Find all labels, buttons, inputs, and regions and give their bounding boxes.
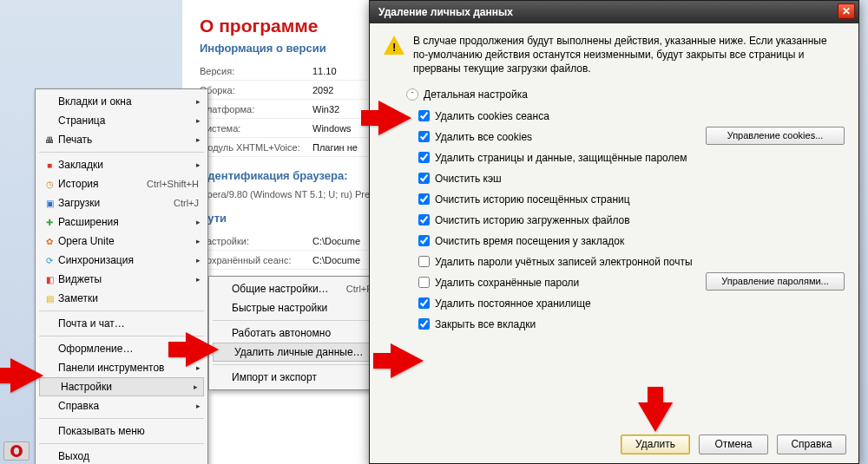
details-toggle[interactable]: ˆ Детальная настройка: [406, 88, 845, 101]
about-row-key: Модуль XHTML+Voice:: [200, 142, 312, 153]
option-checkbox[interactable]: [418, 193, 430, 205]
menu-item-label: История: [58, 178, 147, 190]
menu-item[interactable]: ■Закладки: [37, 155, 206, 174]
option-checkbox[interactable]: [418, 297, 430, 309]
dialog-option-row: Удалить страницы и данные, защищённые па…: [418, 147, 845, 168]
menu-item-label: Opera Unite: [58, 235, 199, 247]
dialog-option-row: Очистить кэш: [418, 168, 845, 189]
option-label: Очистить время посещения у закладок: [435, 235, 624, 247]
menu-item[interactable]: ▣ЗагрузкиCtrl+J: [37, 193, 206, 212]
dialog-button-row: Удалить Отмена Справка: [370, 428, 858, 463]
menu-separator: [39, 310, 204, 311]
menu-separator: [39, 152, 204, 153]
menu-item[interactable]: Почта и чат…: [37, 314, 206, 333]
about-row-value: Плагин не: [312, 142, 358, 153]
option-checkbox[interactable]: [418, 235, 430, 246]
menu-item-label: Страница: [58, 114, 199, 127]
menu-item-label: Вкладки и окна: [58, 95, 199, 108]
about-row-value: Win32: [312, 104, 339, 114]
menu-shortcut: Ctrl+Shift+H: [147, 179, 199, 189]
dialog-option-row: Удалить постоянное хранилище: [418, 293, 845, 314]
menu-separator: [213, 364, 378, 365]
menu-item-label: Общие настройки…: [232, 283, 346, 295]
option-label: Удалить все cookies: [435, 131, 532, 143]
main-menu: Вкладки и окнаСтраница🖶Печать■Закладки◷И…: [35, 88, 208, 464]
delete-data-dialog: Удаление личных данных ✕ В случае продол…: [369, 0, 859, 464]
cancel-button[interactable]: Отмена: [699, 435, 768, 454]
about-row-value: 2092: [312, 85, 333, 95]
menu-item-label: Расширения: [58, 216, 199, 228]
dialog-option-row: Удалить пароли учётных записей электронн…: [418, 252, 845, 272]
menu-item[interactable]: 🖶Печать: [37, 130, 206, 149]
opera-button[interactable]: [3, 441, 30, 461]
about-row-key: Версия:: [200, 66, 312, 76]
help-button[interactable]: Справка: [777, 435, 846, 454]
dialog-option-row: Удалить все cookiesУправление cookies...: [418, 127, 845, 147]
menu-item[interactable]: ◧Виджеты: [37, 270, 206, 289]
menu-shortcut: Ctrl+J: [174, 198, 199, 208]
option-label: Очистить историю загруженных файлов: [435, 214, 630, 226]
dialog-titlebar: Удаление личных данных ✕: [370, 1, 858, 23]
menu-item-label: Виджеты: [58, 273, 199, 285]
dialog-close-button[interactable]: ✕: [838, 3, 855, 19]
menu-item-label: Справка: [58, 400, 199, 412]
option-side-button[interactable]: Управление паролями...: [706, 272, 845, 291]
menu-item-label: Оформление…: [58, 343, 174, 355]
option-label: Закрыть все вкладки: [435, 318, 536, 330]
menu-item[interactable]: ◷ИсторияCtrl+Shift+H: [37, 174, 206, 193]
option-label: Удалить сохранённые пароли: [435, 277, 579, 289]
menu-item[interactable]: Быстрые настройки: [211, 298, 379, 317]
menu-item[interactable]: ✿Opera Unite: [37, 232, 206, 251]
widgets-icon: ◧: [41, 275, 58, 284]
menu-item[interactable]: Удалить личные данные…: [213, 343, 378, 362]
annotation-arrow: [391, 343, 424, 378]
menu-item[interactable]: Панели инструментов: [37, 358, 206, 377]
option-checkbox[interactable]: [418, 318, 430, 330]
option-label: Удалить пароли учётных записей электронн…: [435, 256, 693, 268]
menu-item[interactable]: Настройки: [39, 377, 204, 396]
menu-item[interactable]: Работать автономно: [211, 323, 379, 343]
menu-item[interactable]: ▤Заметки: [37, 289, 206, 308]
menu-item-label: Печать: [58, 134, 199, 146]
settings-submenu: Общие настройки…Ctrl+FБыстрые настройкиР…: [208, 276, 382, 390]
menu-item[interactable]: Импорт и экспорт: [211, 368, 379, 387]
menu-item[interactable]: Справка: [37, 396, 206, 415]
option-checkbox[interactable]: [418, 131, 430, 142]
dialog-title: Удаление личных данных: [378, 6, 513, 18]
menu-item-label: Быстрые настройки: [232, 302, 372, 314]
menu-item[interactable]: ✚Расширения: [37, 212, 206, 232]
option-label: Удалить cookies сеанса: [435, 110, 549, 122]
details-toggle-label: Детальная настройка: [424, 88, 528, 101]
option-checkbox[interactable]: [418, 152, 430, 163]
unite-icon: ✿: [41, 237, 58, 246]
option-checkbox[interactable]: [418, 110, 430, 121]
dialog-option-row: Удалить сохранённые паролиУправление пар…: [418, 272, 845, 293]
dialog-option-row: Удалить cookies сеанса: [418, 106, 845, 127]
option-checkbox[interactable]: [418, 277, 430, 288]
menu-item[interactable]: Выход: [37, 447, 206, 464]
menu-item[interactable]: Показывать меню: [37, 422, 206, 441]
option-checkbox[interactable]: [418, 173, 430, 184]
menu-item-label: Импорт и экспорт: [232, 371, 372, 383]
dialog-warning-text: В случае продолжения будут выполнены дей…: [413, 34, 845, 76]
menu-item-label: Панели инструментов: [58, 362, 199, 374]
option-label: Очистить кэш: [435, 173, 502, 185]
about-path-value: C:\Docume: [312, 236, 360, 246]
about-path-key: Настройки:: [200, 236, 312, 246]
menu-item[interactable]: Общие настройки…Ctrl+F: [211, 279, 379, 298]
menu-item[interactable]: ⟳Синхронизация: [37, 251, 206, 270]
option-checkbox[interactable]: [418, 256, 430, 267]
about-row-value: Windows: [312, 123, 352, 134]
downloads-icon: ▣: [41, 199, 58, 208]
menu-item[interactable]: Страница: [37, 111, 206, 130]
menu-separator: [39, 336, 204, 337]
menu-item-label: Настройки: [61, 381, 196, 393]
sync-icon: ⟳: [41, 256, 58, 265]
menu-item[interactable]: Вкладки и окна: [37, 92, 206, 111]
history-icon: ◷: [41, 180, 58, 189]
about-row-key: Платформа:: [200, 104, 312, 114]
delete-button[interactable]: Удалить: [621, 435, 690, 454]
warning-icon: [384, 36, 404, 55]
option-side-button[interactable]: Управление cookies...: [706, 127, 845, 145]
option-checkbox[interactable]: [418, 214, 430, 225]
